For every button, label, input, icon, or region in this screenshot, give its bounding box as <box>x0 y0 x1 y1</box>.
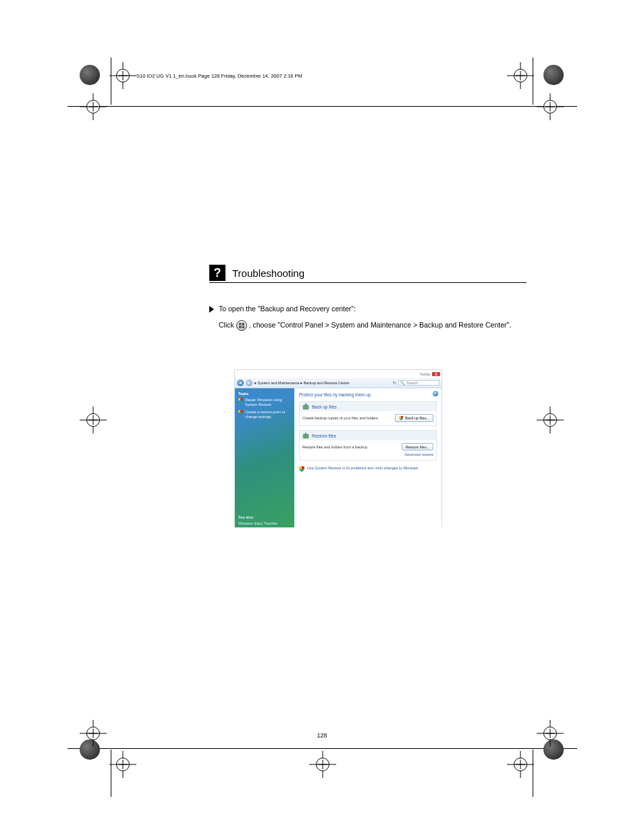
refresh-button[interactable]: ↻ <box>393 381 396 385</box>
reg-cross-mr <box>537 407 564 434</box>
svg-rect-2 <box>239 326 242 329</box>
triangle-bullet-icon <box>209 306 214 313</box>
backup-files-button[interactable]: Back up files... <box>395 414 433 422</box>
shield-icon <box>399 416 403 421</box>
help-icon[interactable]: ? <box>433 391 438 396</box>
advanced-restore-link[interactable]: Advanced restore <box>404 452 433 457</box>
backup-restore-window: Tooltip X ◄ ► ▸ System and Maintenance ▸… <box>235 370 441 527</box>
restore-files-icon <box>302 432 309 439</box>
page-number: 128 <box>0 732 644 739</box>
restore-desc: Restore files and folders from a backup. <box>302 445 402 449</box>
shield-icon <box>238 398 243 403</box>
address-bar: ◄ ► ▸ System and Maintenance ▸ Backup an… <box>235 378 441 388</box>
instruction-lead: To open the "Backup and Recovery center"… <box>219 303 356 315</box>
backup-desc: Create backup copies of your files and f… <box>302 416 395 420</box>
reg-cross-br1 <box>507 751 534 778</box>
task-repair-windows[interactable]: Repair Windows using System Restore <box>238 398 291 407</box>
system-restore-link[interactable]: Use System Restore to fix problems and u… <box>307 466 419 470</box>
backup-header-label: Back up files <box>312 405 337 409</box>
reg-cross-tr2 <box>537 93 564 120</box>
footer-meta: S10 IO2 UG V1.1_en.book Page 128 Friday,… <box>136 73 302 79</box>
main-heading: Protect your files by backing them up <box>299 392 437 397</box>
search-input[interactable]: 🔍Search <box>398 380 439 386</box>
restore-panel: Restore files Restore files and folders … <box>299 430 437 461</box>
task-label: Create a restore point or change setting… <box>245 410 291 419</box>
titlebar-tooltip: Tooltip <box>419 372 430 376</box>
svg-rect-1 <box>242 323 244 325</box>
task-label: Repair Windows using System Restore <box>245 398 291 407</box>
shield-icon <box>238 410 243 415</box>
system-restore-row: Use System Restore to fix problems and u… <box>299 466 437 472</box>
backup-panel-header: Back up files <box>300 402 436 411</box>
instruction-body: Click , choose "Control Panel > System a… <box>209 319 527 332</box>
instruction-before: Click <box>219 321 236 329</box>
tasks-sidebar: Tasks Repair Windows using System Restor… <box>235 388 294 527</box>
task-create-restore-point[interactable]: Create a restore point or change setting… <box>238 410 291 419</box>
instruction: To open the "Backup and Recovery center"… <box>209 303 527 332</box>
instruction-lead-row: To open the "Backup and Recovery center"… <box>209 303 527 315</box>
page: ? Troubleshooting To open the "Backup an… <box>0 0 644 834</box>
reg-sphere-tl <box>80 65 100 85</box>
reg-cross-bl2 <box>109 751 136 778</box>
breadcrumb[interactable]: ▸ System and Maintenance ▸ Backup and Re… <box>254 381 391 385</box>
instruction-after: , choose "Control Panel > System and Mai… <box>249 321 512 329</box>
reg-cross-tl2 <box>80 93 107 120</box>
window-titlebar: Tooltip X <box>235 370 441 378</box>
reg-sphere-tr <box>543 65 564 85</box>
restore-panel-header: Restore files <box>300 431 436 440</box>
crop-rule-top <box>68 106 577 107</box>
section-heading-row: ? Troubleshooting <box>209 265 527 283</box>
reg-cross-bc <box>309 751 336 778</box>
content-block: ? Troubleshooting To open the "Backup an… <box>209 265 527 332</box>
backup-files-icon <box>302 403 309 410</box>
shield-icon <box>299 466 304 472</box>
nav-back-button[interactable]: ◄ <box>237 380 244 386</box>
restore-button-label: Restore files... <box>406 445 429 449</box>
reg-cross-ml <box>80 407 107 434</box>
see-also-heading: See also <box>238 515 291 519</box>
restore-header-label: Restore files <box>312 434 336 438</box>
question-icon: ? <box>209 265 225 281</box>
svg-rect-0 <box>239 323 242 325</box>
restore-files-button[interactable]: Restore files... <box>402 443 433 450</box>
close-button[interactable]: X <box>432 372 440 376</box>
backup-panel: Back up files Create backup copies of yo… <box>299 401 437 426</box>
reg-cross-tr1 <box>507 62 534 89</box>
backup-panel-body: Create backup copies of your files and f… <box>300 411 436 425</box>
nav-fwd-button[interactable]: ► <box>246 380 252 386</box>
tasks-heading: Tasks <box>238 392 291 396</box>
section-title: Troubleshooting <box>232 267 527 279</box>
crop-rule-bottom <box>68 748 577 749</box>
svg-rect-3 <box>242 326 244 329</box>
search-placeholder: Search <box>406 381 418 385</box>
restore-panel-body: Restore files and folders from a backup.… <box>300 440 436 460</box>
start-orb-icon <box>236 320 247 331</box>
main-pane: ? Protect your files by backing them up … <box>294 388 441 527</box>
backup-button-label: Back up files... <box>405 416 429 420</box>
windows-easy-transfer-link[interactable]: Windows Easy Transfer <box>238 521 291 525</box>
advanced-restore-row: Advanced restore <box>302 450 433 457</box>
reg-cross-tl1 <box>109 62 136 89</box>
window-body: Tasks Repair Windows using System Restor… <box>235 388 441 527</box>
